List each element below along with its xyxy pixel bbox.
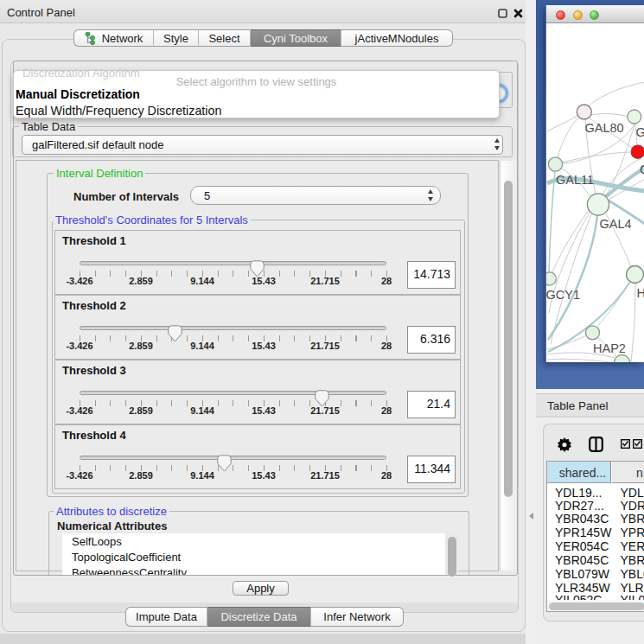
svg-text:GAL80: GAL80	[585, 121, 624, 135]
svg-text:GCY1: GCY1	[546, 288, 580, 302]
svg-text:C: C	[640, 163, 644, 176]
svg-text:GA: GA	[636, 125, 644, 139]
svg-text:GAL4: GAL4	[600, 217, 632, 231]
svg-text:H: H	[637, 286, 644, 300]
svg-text:HAP2: HAP2	[593, 341, 626, 355]
svg-text:GAL11: GAL11	[556, 173, 594, 187]
